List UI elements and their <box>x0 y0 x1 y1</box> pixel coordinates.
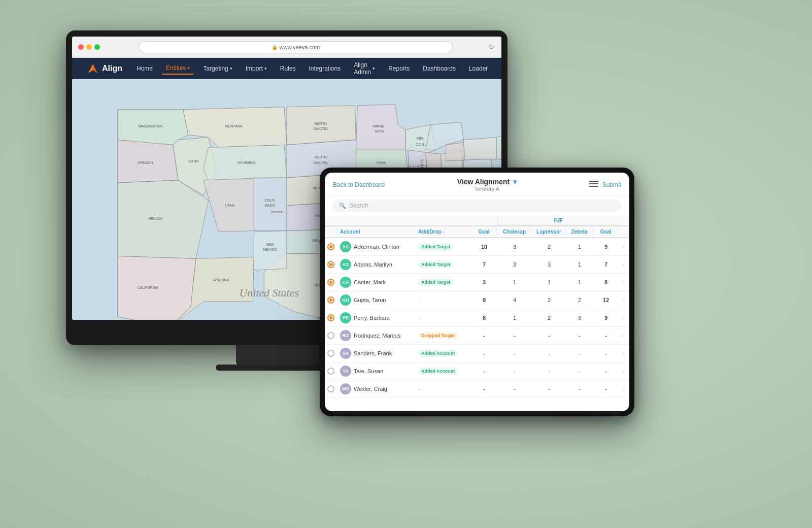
search-input-wrap[interactable]: 🔍 Search <box>333 200 621 212</box>
account-cell[interactable]: GU Gupta, Tarun <box>337 291 415 309</box>
zebeta-cell: 3 <box>566 312 593 324</box>
nav-loader[interactable]: Loader <box>465 63 492 74</box>
row-status-icon <box>325 296 337 304</box>
goal-cell: - <box>471 329 497 342</box>
nav-reports[interactable]: Reports <box>384 63 414 74</box>
th-cholecap: Cholecap <box>497 226 532 237</box>
status-badge: Added Target <box>418 243 453 250</box>
table-row[interactable]: GU Gupta, Tarun - 9 4 2 2 12 › <box>325 291 629 309</box>
nav-rules[interactable]: Rules <box>276 63 300 74</box>
cholecap-cell: 1 <box>497 276 532 288</box>
lopressor-cell: 3 <box>532 258 566 271</box>
lopressor-cell: - <box>532 383 566 395</box>
more-cell: › <box>619 294 629 306</box>
targeting-dropdown-icon: ▾ <box>230 66 232 71</box>
target-icon <box>327 296 334 304</box>
align-admin-dropdown-icon: ▾ <box>373 66 375 71</box>
target-icon <box>327 314 334 321</box>
row-status-icon <box>325 368 337 375</box>
row-status-icon <box>325 243 337 250</box>
add-drop-cell: - <box>415 312 471 324</box>
tablet: Back to Dashboard View Alignment ▾ Terri… <box>320 168 634 416</box>
cholecap-cell: 1 <box>497 312 532 324</box>
logo-text: Align <box>102 64 122 73</box>
add-drop-cell: - <box>415 383 471 395</box>
account-cell[interactable]: PE Perry, Barbara <box>337 309 415 326</box>
target-icon <box>327 385 334 392</box>
table-row[interactable]: AD Adams, Marilyn Added Target 7 3 3 1 7… <box>325 256 629 274</box>
app-logo[interactable]: Align <box>87 63 122 74</box>
url-text: www.veeva.com <box>280 44 320 50</box>
account-cell[interactable]: AC Ackerman, Clinton <box>337 238 415 255</box>
status-badge: Added Account <box>418 368 458 375</box>
address-bar[interactable]: 🔒 www.veeva.com <box>139 41 453 53</box>
submit-button[interactable]: Submit <box>602 181 621 188</box>
nav-align-admin[interactable]: Align Admin ▾ <box>350 59 379 78</box>
nav-import[interactable]: Import ▾ <box>242 63 271 74</box>
account-avatar: GU <box>340 294 351 306</box>
menu-lines-icon[interactable] <box>589 180 598 189</box>
apps-icon[interactable] <box>78 63 80 74</box>
nav-targeting[interactable]: Targeting ▾ <box>199 63 236 74</box>
target-icon <box>327 350 334 357</box>
goal-cell: - <box>471 365 497 377</box>
target-icon <box>327 261 334 268</box>
close-button[interactable] <box>78 44 84 50</box>
goal2-cell: - <box>593 329 619 342</box>
cholecap-cell: - <box>497 329 532 342</box>
account-cell[interactable]: TA Tate, Susan <box>337 362 415 380</box>
nav-dashboards[interactable]: Dashboards <box>419 63 460 74</box>
maximize-button[interactable] <box>94 44 100 50</box>
table-row[interactable]: SA Sanders, Frank Added Account - - - - … <box>325 345 629 362</box>
title-dropdown-icon[interactable]: ▾ <box>513 178 517 186</box>
more-cell: › <box>619 366 629 377</box>
account-cell[interactable]: WE Wexler, Craig <box>337 380 415 398</box>
nav-integrations[interactable]: Integrations <box>304 63 345 74</box>
table-row[interactable]: RO Rodriquez, Marcus Dropped Target - - … <box>325 327 629 345</box>
goal-cell: 9 <box>471 294 497 306</box>
account-cell[interactable]: RO Rodriquez, Marcus <box>337 327 415 344</box>
zebeta-cell: 1 <box>566 276 593 288</box>
table-row[interactable]: WE Wexler, Craig - - - - - - › <box>325 380 629 398</box>
lopressor-cell: - <box>532 347 566 359</box>
app-navbar: Align Home Entities ▾ Targeting ▾ Import… <box>72 58 501 79</box>
more-cell: › <box>619 348 629 359</box>
account-name: Wexler, Craig <box>354 386 387 392</box>
entities-dropdown-icon: ▾ <box>187 65 190 71</box>
goal-cell: 7 <box>471 258 497 271</box>
th-more <box>619 226 629 237</box>
th-add-drop[interactable]: Add/Drop <box>415 226 471 237</box>
account-cell[interactable]: SA Sanders, Frank <box>337 345 415 362</box>
cholecap-cell: - <box>497 347 532 359</box>
zebeta-cell: - <box>566 383 593 395</box>
th-account[interactable]: Account <box>337 226 415 237</box>
account-cell[interactable]: AD Adams, Marilyn <box>337 256 415 273</box>
minimize-button[interactable] <box>86 44 92 50</box>
status-badge: Added Target <box>418 261 453 268</box>
nav-home[interactable]: Home <box>132 63 157 74</box>
table-row[interactable]: PE Perry, Barbara - 8 1 2 3 9 › <box>325 309 629 327</box>
nav-entities[interactable]: Entities ▾ <box>162 62 194 75</box>
more-cell: › <box>619 312 629 324</box>
row-status-icon <box>325 332 337 339</box>
alignment-main-title: View Alignment ▾ <box>385 178 589 186</box>
nav-modeling[interactable]: Modeling <box>497 63 501 74</box>
more-cell: › <box>619 330 629 342</box>
account-name: Rodriquez, Marcus <box>354 333 400 339</box>
add-drop-cell: Dropped Target <box>415 329 471 342</box>
goal-cell: 3 <box>471 276 497 288</box>
target-icon <box>327 243 334 250</box>
zebeta-cell: - <box>566 347 593 359</box>
map-label-us: United States <box>240 286 299 299</box>
account-avatar: RO <box>340 330 351 341</box>
table-row[interactable]: CA Canter, Mark Added Target 3 1 1 1 8 › <box>325 274 629 291</box>
table-row[interactable]: TA Tate, Susan Added Account - - - - - › <box>325 362 629 380</box>
back-to-dashboard-link[interactable]: Back to Dashboard <box>333 181 385 188</box>
table-row[interactable]: AC Ackerman, Clinton Added Target 10 3 2… <box>325 238 629 256</box>
reload-button[interactable]: ↻ <box>487 43 495 51</box>
th-icon <box>325 226 337 237</box>
goal2-cell: - <box>593 347 619 359</box>
account-avatar: PE <box>340 312 351 323</box>
account-cell[interactable]: CA Canter, Mark <box>337 274 415 291</box>
goal-cell: 8 <box>471 312 497 324</box>
